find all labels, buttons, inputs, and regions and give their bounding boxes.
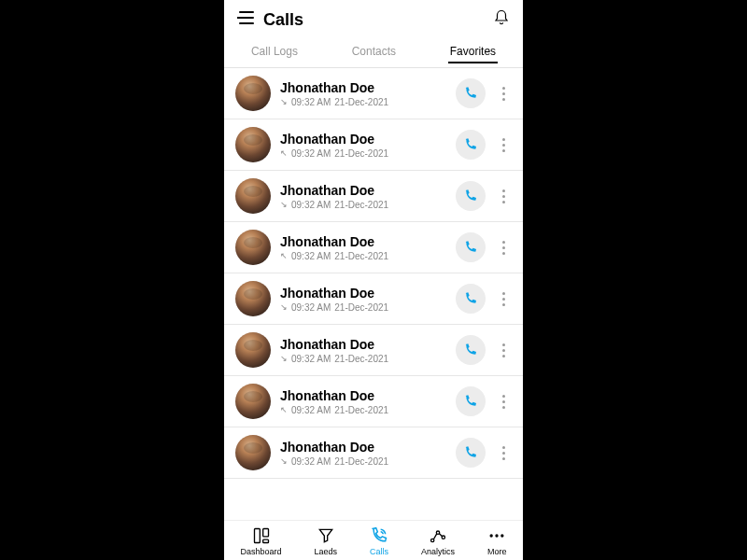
call-date: 21-Dec-2021: [334, 354, 388, 364]
more-options-icon[interactable]: [495, 189, 512, 203]
avatar: [235, 76, 271, 111]
phone-frame: Calls Call Logs Contacts Favorites Jhona…: [224, 0, 523, 560]
nav-more[interactable]: More: [487, 526, 507, 556]
more-options-icon[interactable]: [495, 343, 512, 357]
call-button[interactable]: [456, 130, 486, 160]
nav-dashboard[interactable]: Dashboard: [240, 526, 281, 556]
nav-analytics[interactable]: Analytics: [421, 526, 455, 556]
header: Calls: [224, 0, 523, 35]
call-time: 09:32 AM: [291, 200, 331, 210]
incoming-icon: ↘: [280, 200, 288, 209]
call-date: 21-Dec-2021: [334, 97, 388, 107]
call-button[interactable]: [456, 232, 486, 262]
call-meta: ↘09:32 AM21-Dec-2021: [280, 456, 446, 467]
more-options-icon[interactable]: [495, 241, 512, 255]
more-options-icon[interactable]: [495, 87, 512, 101]
call-row[interactable]: Jhonathan Doe↘09:32 AM21-Dec-2021: [224, 427, 523, 479]
nav-label: Analytics: [421, 547, 455, 556]
call-button[interactable]: [456, 284, 486, 314]
incoming-icon: ↘: [280, 302, 288, 312]
call-meta: ↘09:32 AM21-Dec-2021: [280, 97, 446, 107]
caller-name: Jhonathan Doe: [280, 234, 446, 249]
tab-contacts[interactable]: Contacts: [350, 41, 398, 63]
nav-label: Dashboard: [240, 547, 281, 556]
call-info: Jhonathan Doe↖09:32 AM21-Dec-2021: [280, 132, 446, 159]
more-options-icon[interactable]: [495, 446, 512, 460]
tab-call-logs[interactable]: Call Logs: [249, 41, 300, 63]
caller-name: Jhonathan Doe: [280, 132, 446, 147]
call-time: 09:32 AM: [291, 302, 331, 313]
incoming-icon: ↘: [280, 456, 288, 466]
call-row[interactable]: Jhonathan Doe↘09:32 AM21-Dec-2021: [224, 325, 523, 376]
caller-name: Jhonathan Doe: [280, 388, 446, 403]
call-row[interactable]: Jhonathan Doe↖09:32 AM21-Dec-2021: [224, 376, 523, 427]
avatar: [235, 230, 271, 265]
caller-name: Jhonathan Doe: [280, 286, 446, 301]
outgoing-icon: ↖: [280, 405, 288, 414]
incoming-icon: ↘: [280, 354, 288, 363]
call-row[interactable]: Jhonathan Doe↖09:32 AM21-Dec-2021: [224, 222, 523, 273]
call-time: 09:32 AM: [291, 456, 331, 467]
call-time: 09:32 AM: [291, 148, 331, 159]
call-date: 21-Dec-2021: [334, 302, 388, 313]
avatar: [235, 127, 271, 162]
avatar: [235, 332, 271, 368]
bottom-nav: Dashboard Laeds Calls Analytics More: [224, 520, 523, 560]
call-button[interactable]: [456, 181, 486, 211]
caller-name: Jhonathan Doe: [280, 337, 446, 352]
svg-point-9: [490, 534, 493, 537]
call-row[interactable]: Jhonathan Doe↖09:32 AM21-Dec-2021: [224, 119, 523, 171]
svg-point-6: [430, 539, 433, 541]
call-meta: ↖09:32 AM21-Dec-2021: [280, 148, 446, 159]
caller-name: Jhonathan Doe: [280, 183, 446, 198]
call-info: Jhonathan Doe↘09:32 AM21-Dec-2021: [280, 80, 446, 107]
call-row[interactable]: Jhonathan Doe↘09:32 AM21-Dec-2021: [224, 68, 523, 119]
caller-name: Jhonathan Doe: [280, 80, 446, 95]
call-info: Jhonathan Doe↖09:32 AM21-Dec-2021: [280, 388, 446, 415]
call-time: 09:32 AM: [291, 405, 331, 415]
call-meta: ↘09:32 AM21-Dec-2021: [280, 200, 446, 210]
call-button[interactable]: [456, 438, 486, 468]
tabs: Call Logs Contacts Favorites: [224, 35, 523, 68]
call-meta: ↘09:32 AM21-Dec-2021: [280, 302, 446, 313]
call-info: Jhonathan Doe↘09:32 AM21-Dec-2021: [280, 440, 446, 467]
svg-point-10: [496, 534, 499, 537]
call-button[interactable]: [456, 78, 486, 108]
more-options-icon[interactable]: [495, 292, 512, 306]
call-meta: ↖09:32 AM21-Dec-2021: [280, 405, 446, 415]
nav-label: Laeds: [314, 547, 337, 556]
page-title: Calls: [263, 10, 303, 30]
call-info: Jhonathan Doe↖09:32 AM21-Dec-2021: [280, 234, 446, 261]
call-list: Jhonathan Doe↘09:32 AM21-Dec-2021Jhonath…: [224, 68, 523, 520]
menu-icon[interactable]: [237, 10, 256, 29]
outgoing-icon: ↖: [280, 251, 288, 260]
call-meta: ↘09:32 AM21-Dec-2021: [280, 354, 446, 364]
header-left: Calls: [237, 10, 303, 30]
nav-label: Calls: [370, 547, 388, 556]
caller-name: Jhonathan Doe: [280, 440, 446, 455]
call-time: 09:32 AM: [291, 354, 331, 364]
call-meta: ↖09:32 AM21-Dec-2021: [280, 251, 446, 261]
nav-leads[interactable]: Laeds: [314, 526, 337, 556]
nav-calls[interactable]: Calls: [370, 526, 388, 556]
avatar: [235, 281, 271, 316]
call-button[interactable]: [456, 386, 486, 416]
call-time: 09:32 AM: [291, 251, 331, 261]
bell-icon[interactable]: [493, 9, 510, 30]
call-date: 21-Dec-2021: [334, 200, 388, 210]
svg-rect-4: [262, 529, 268, 537]
outgoing-icon: ↖: [280, 148, 288, 158]
svg-rect-5: [262, 539, 268, 542]
call-button[interactable]: [456, 335, 486, 365]
more-options-icon[interactable]: [495, 138, 512, 152]
call-info: Jhonathan Doe↘09:32 AM21-Dec-2021: [280, 183, 446, 210]
call-row[interactable]: Jhonathan Doe↘09:32 AM21-Dec-2021: [224, 273, 523, 325]
more-options-icon[interactable]: [495, 395, 512, 409]
call-info: Jhonathan Doe↘09:32 AM21-Dec-2021: [280, 286, 446, 313]
call-row[interactable]: Jhonathan Doe↘09:32 AM21-Dec-2021: [224, 171, 523, 222]
avatar: [235, 178, 271, 214]
call-info: Jhonathan Doe↘09:32 AM21-Dec-2021: [280, 337, 446, 364]
call-date: 21-Dec-2021: [334, 148, 388, 159]
tab-favorites[interactable]: Favorites: [448, 41, 498, 63]
svg-rect-3: [254, 529, 260, 543]
